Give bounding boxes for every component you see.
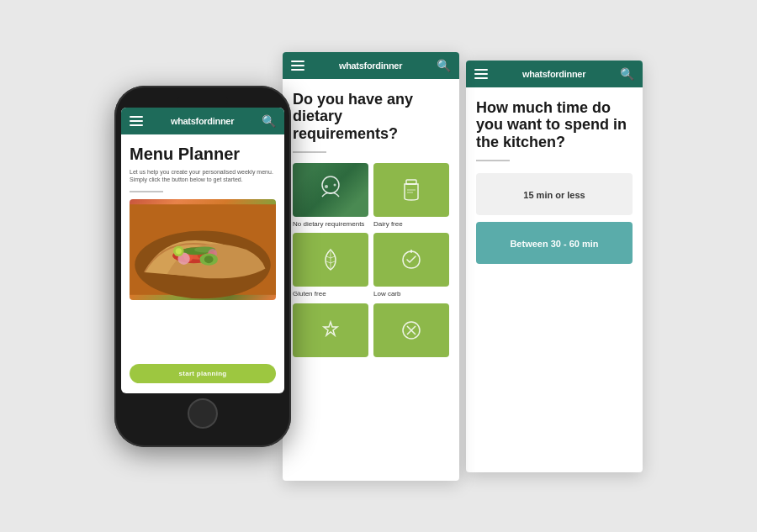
diet-option-gluten-free[interactable]: Gluten free: [293, 233, 368, 298]
diet-img-no-dietary: [293, 163, 368, 217]
diet-label-low-carb: Low carb: [373, 290, 449, 298]
phone-device: whatsfordinner 🔍 Menu Planner Let us hel…: [114, 86, 291, 447]
diet-option-dairy-free[interactable]: Dairy free: [373, 163, 449, 229]
diet-grid: No dietary requirements Dairy free: [293, 163, 449, 361]
screen2-divider: [293, 151, 326, 153]
svg-point-13: [176, 248, 182, 254]
scene: whatsfordinner 🔍 Menu Planner Let us hel…: [0, 0, 757, 532]
screen2-title: Do you have any dietary requirements?: [293, 91, 449, 143]
app-header-2: whatsfordinner 🔍: [283, 52, 459, 79]
screen2-panel: whatsfordinner 🔍 Do you have any dietary…: [283, 52, 459, 481]
screen1-content: Menu Planner Let us help you create your…: [121, 134, 284, 393]
screen3-divider: [476, 160, 510, 161]
app-logo-3: whatsfordinner: [522, 69, 585, 79]
phone-home-button[interactable]: [188, 398, 218, 429]
app-logo-2: whatsfordinner: [339, 61, 402, 71]
hamburger-icon-2[interactable]: [291, 61, 304, 71]
diet-label-gluten-free: Gluten free: [293, 290, 368, 298]
screen1-title: Menu Planner: [130, 145, 276, 163]
screen1: whatsfordinner 🔍 Menu Planner Let us hel…: [121, 108, 284, 393]
diet-img-extra2: [373, 303, 449, 357]
time-option-15min[interactable]: 15 min or less: [476, 173, 633, 215]
search-icon-3[interactable]: 🔍: [620, 67, 634, 81]
screen1-description: Let us help you create your personalised…: [130, 168, 276, 185]
screen1-divider: [130, 191, 163, 192]
svg-point-14: [322, 176, 339, 193]
screen3-title: How much time do you want to spend in th…: [476, 99, 633, 151]
svg-point-15: [325, 185, 328, 188]
search-icon-2[interactable]: 🔍: [437, 59, 451, 72]
diet-img-dairy-free: [373, 163, 449, 217]
svg-line-23: [326, 261, 331, 263]
hamburger-icon-3[interactable]: [474, 69, 488, 79]
time-option-15min-label: 15 min or less: [523, 190, 585, 200]
diet-label-no-dietary: No dietary requirements: [293, 220, 368, 229]
hamburger-icon[interactable]: [130, 116, 143, 126]
app-logo-1: whatsfordinner: [171, 116, 234, 126]
start-planning-button[interactable]: start planning: [130, 364, 276, 383]
phone-notch: [177, 97, 228, 104]
time-option-30-60min[interactable]: Between 30 - 60 min: [476, 222, 633, 264]
diet-img-extra1: [293, 303, 368, 357]
app-header-3: whatsfordinner 🔍: [466, 61, 643, 87]
screen2-content: Do you have any dietary requirements? No…: [283, 79, 459, 481]
screen3-panel: whatsfordinner 🔍 How much time do you wa…: [466, 61, 643, 472]
time-option-30-60min-label: Between 30 - 60 min: [510, 239, 598, 249]
food-image: [130, 199, 276, 300]
svg-point-16: [334, 183, 336, 186]
app-header-1: whatsfordinner 🔍: [121, 108, 284, 134]
screen3-content: How much time do you want to spend in th…: [466, 87, 643, 472]
diet-img-gluten-free: [293, 233, 368, 287]
diet-label-dairy-free: Dairy free: [373, 220, 449, 229]
diet-option-no-dietary[interactable]: No dietary requirements: [293, 163, 368, 229]
diet-img-low-carb: [373, 233, 449, 287]
svg-line-24: [331, 261, 335, 263]
search-icon-1[interactable]: 🔍: [262, 114, 276, 128]
svg-point-11: [204, 255, 214, 263]
diet-option-extra2[interactable]: [373, 303, 449, 361]
svg-line-22: [331, 256, 335, 258]
svg-line-21: [326, 256, 331, 258]
diet-option-extra1[interactable]: [293, 303, 368, 361]
diet-option-low-carb[interactable]: Low carb: [373, 233, 449, 298]
